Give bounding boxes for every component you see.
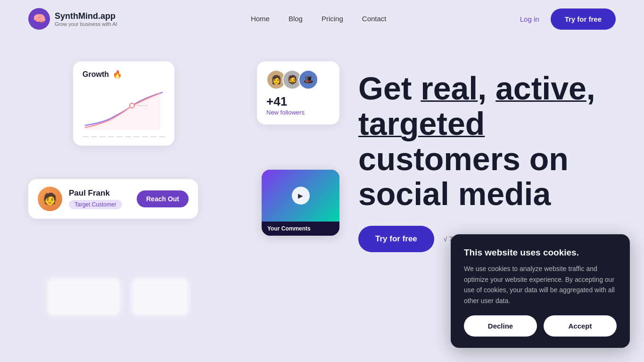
svg-point-0 [130,103,134,108]
login-link[interactable]: Log in [520,15,539,23]
logo-name: SynthMind.app [55,11,117,21]
person-info: Paul Frank Target Customer [69,189,122,209]
nav-contact[interactable]: Contact [362,15,387,23]
nav-try-free-button[interactable]: Try for free [551,8,616,30]
headline-active: active [495,70,586,106]
navbar: 🧠 SynthMind.app Grow your business with … [0,0,644,38]
blurred-card-2 [132,278,189,316]
person-card: 🧑 Paul Frank Target Customer Reach Out [28,179,198,219]
nav-logo[interactable]: 🧠 SynthMind.app Grow your business with … [28,8,117,30]
followers-card: 👩 🧔 🎩 +41 New followers [257,61,339,124]
growth-label: Growth [83,70,109,79]
person-avatar: 🧑 [38,187,62,211]
headline-real: real [421,70,478,106]
hero-headline: Get real, active, targeted customers on … [358,71,616,212]
cookie-accept-button[interactable]: Accept [544,315,617,337]
cookie-actions: Decline Accept [464,315,617,337]
video-label: Your Comments [262,222,339,236]
nav-home[interactable]: Home [251,15,270,23]
growth-card: Growth 🔥 [73,61,174,146]
nav-actions: Log in Try for free [520,8,616,30]
growth-card-header: Growth 🔥 [83,70,165,79]
hero-visuals: Growth 🔥 [28,57,349,339]
followers-count: +41 [266,94,330,109]
cookie-title: This website uses cookies. [464,247,617,258]
logo-text: SynthMind.app Grow your business with AI [55,11,117,27]
play-button[interactable]: ▶ [292,187,310,205]
followers-avatars: 👩 🧔 🎩 [266,70,330,90]
growth-chart-svg [83,85,165,132]
blurred-card-1 [47,278,120,316]
hero-try-free-button[interactable]: Try for free [358,226,434,252]
cookie-decline-button[interactable]: Decline [464,315,537,337]
growth-chart [83,85,165,132]
chart-dashes [83,136,165,137]
video-thumbnail: ▶ [262,170,339,222]
avatar-3: 🎩 [298,70,318,90]
flame-icon: 🔥 [113,70,122,79]
logo-tagline: Grow your business with AI [55,21,117,27]
nav-blog[interactable]: Blog [289,15,303,23]
cookie-body: We use cookies to analyze website traffi… [464,263,617,306]
logo-icon: 🧠 [28,8,50,30]
person-name: Paul Frank [69,189,122,198]
headline-targeted: targeted [358,106,485,141]
cookie-banner: This website uses cookies. We use cookie… [451,234,630,348]
nav-pricing[interactable]: Pricing [322,15,343,23]
nav-links: Home Blog Pricing Contact [251,15,387,23]
reach-out-button[interactable]: Reach Out [137,190,189,207]
person-tag: Target Customer [69,200,122,209]
video-card: ▶ Your Comments [262,170,339,236]
followers-label: New followers [266,109,330,116]
